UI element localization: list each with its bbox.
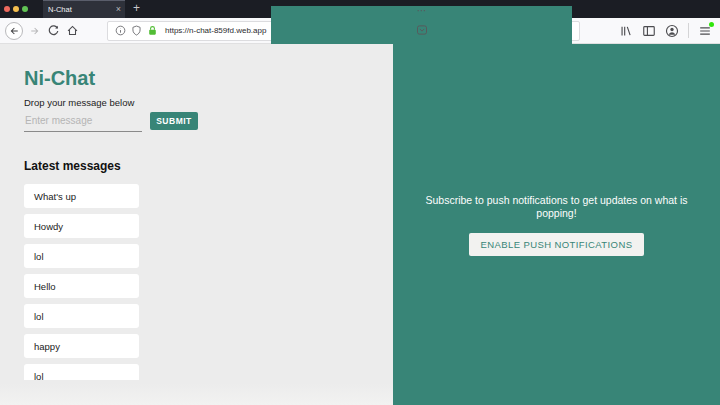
https-lock-icon[interactable] xyxy=(147,25,158,36)
back-button[interactable] xyxy=(5,22,23,40)
message-text: happy xyxy=(34,341,60,352)
tab-title: N-Chat xyxy=(48,5,116,14)
messages-heading: Latest messages xyxy=(24,160,393,173)
page-actions-icon[interactable]: ⋯ xyxy=(417,6,427,16)
new-tab-button[interactable]: + xyxy=(125,0,148,18)
update-badge xyxy=(709,22,714,27)
message-card: lol xyxy=(24,364,139,380)
home-icon xyxy=(66,24,79,37)
message-text: Hello xyxy=(34,281,56,292)
message-card: happy xyxy=(24,334,139,358)
library-icon[interactable] xyxy=(619,24,633,38)
pocket-icon[interactable] xyxy=(416,24,428,36)
traffic-light-close-button[interactable] xyxy=(4,6,10,12)
tracking-protection-shield-icon[interactable] xyxy=(131,25,142,36)
traffic-light-minimize-button[interactable] xyxy=(13,6,19,12)
url-bar[interactable]: https://n-chat-859fd.web.app ⋯ ☆ xyxy=(107,21,580,41)
message-card: What's up xyxy=(24,184,139,208)
toolbar-right-icons xyxy=(619,23,715,38)
subscribe-text: Subscribe to push notifications to get u… xyxy=(421,194,693,220)
messages-list: What's up Howdy lol Hello lo xyxy=(24,184,139,380)
message-text: Howdy xyxy=(34,221,63,232)
page-info-icon[interactable] xyxy=(115,25,126,36)
submit-button[interactable]: SUBMIT xyxy=(150,112,198,130)
page-content: Ni-Chat Drop your message below SUBMIT L… xyxy=(0,44,720,405)
browser-tab[interactable]: N-Chat × xyxy=(43,0,125,18)
url-text: https://n-chat-859fd.web.app xyxy=(165,26,266,35)
message-form: SUBMIT xyxy=(24,112,393,132)
browser-window: N-Chat × + https://n-chat-859fd.web.app … xyxy=(0,0,720,405)
reload-button[interactable] xyxy=(47,24,60,37)
message-card: lol xyxy=(24,244,139,268)
toolbar-separator xyxy=(688,23,689,38)
forward-button[interactable] xyxy=(29,25,41,37)
page-title: Ni-Chat xyxy=(24,68,393,88)
message-text: lol xyxy=(34,251,44,262)
traffic-light-zoom-button[interactable] xyxy=(22,6,28,12)
notifications-panel: Subscribe to push notifications to get u… xyxy=(393,44,720,405)
message-card: Howdy xyxy=(24,214,139,238)
account-icon[interactable] xyxy=(665,24,679,38)
back-arrow-icon xyxy=(8,25,20,37)
sidebar-icon[interactable] xyxy=(642,24,656,38)
tagline: Drop your message below xyxy=(24,97,393,108)
menu-button[interactable] xyxy=(698,24,712,38)
enable-push-notifications-button[interactable]: ENABLE PUSH NOTIFICATIONS xyxy=(469,233,645,256)
reload-icon xyxy=(47,24,60,37)
navigation-toolbar: https://n-chat-859fd.web.app ⋯ ☆ xyxy=(0,18,720,44)
tab-close-icon[interactable]: × xyxy=(116,5,121,14)
message-text: What's up xyxy=(34,191,76,202)
message-text: lol xyxy=(34,311,44,322)
window-controls xyxy=(0,0,35,18)
forward-arrow-icon xyxy=(29,25,41,37)
chat-panel: Ni-Chat Drop your message below SUBMIT L… xyxy=(0,44,393,405)
message-input[interactable] xyxy=(24,115,142,132)
home-button[interactable] xyxy=(66,24,79,37)
message-card: lol xyxy=(24,304,139,328)
message-text: lol xyxy=(34,371,44,381)
message-card: Hello xyxy=(24,274,139,298)
